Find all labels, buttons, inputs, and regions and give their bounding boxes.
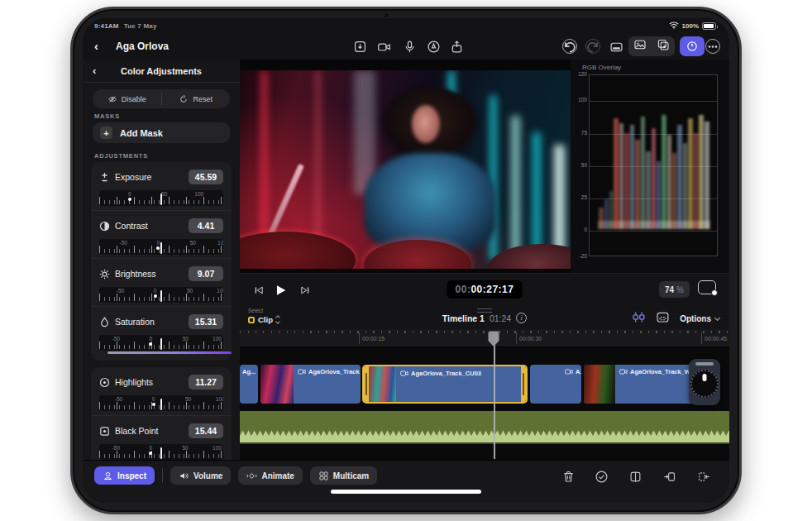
highlights-value-field[interactable]: 11.27 [189, 375, 223, 390]
append-clip-button[interactable] [695, 468, 713, 485]
disable-button[interactable]: Disable [93, 89, 161, 108]
playhead-line[interactable] [494, 344, 495, 459]
exposure-slider[interactable]: 0 50 100 [99, 190, 223, 206]
reset-label: Reset [193, 95, 213, 103]
highlights-slider[interactable]: -50 0 50 100 [99, 395, 223, 411]
import-button[interactable] [350, 37, 370, 55]
adjustment-row-brightness: Brightness 9.07 -50 0 50 100 [91, 258, 232, 306]
approve-button[interactable] [592, 468, 610, 485]
connected-clips-button[interactable] [632, 310, 646, 327]
audio-waveform [240, 429, 729, 436]
adjustments-card-2: Highlights 11.27 -50 0 50 100 [91, 367, 232, 460]
date: Tue 7 May [124, 22, 157, 30]
highlights-icon [99, 377, 110, 388]
delete-button[interactable] [559, 468, 577, 485]
brightness-value-field[interactable]: 9.07 [189, 266, 223, 281]
jog-wheel[interactable] [689, 359, 720, 405]
brightness-slider[interactable]: -50 0 50 100 [99, 287, 223, 303]
undo-button[interactable] [560, 37, 580, 55]
saturation-icon [99, 317, 110, 327]
zoom-level-control[interactable]: 74 % [659, 281, 690, 298]
video-preview [240, 70, 571, 269]
timeline-ruler[interactable]: 00:00:15 00:00:30 00:00:45 [240, 329, 729, 347]
inspect-icon [103, 471, 113, 481]
volume-button[interactable]: Volume [170, 466, 231, 485]
masks-section-label: MASKS [94, 112, 120, 120]
saturation-gradient-bar [107, 351, 232, 354]
drummer-jacket [364, 153, 496, 252]
wifi-icon [669, 22, 679, 31]
trim-handle-left[interactable] [364, 366, 369, 402]
speaker-icon [179, 471, 189, 481]
adjustments-section-label: ADJUSTMENTS [94, 152, 148, 160]
adjustment-row-black-point: Black Point 15.44 -50 0 50 100 [91, 415, 232, 460]
volume-label: Volume [193, 471, 222, 480]
disable-reset-bar: Disable Reset [93, 89, 230, 108]
more-options-button[interactable] [703, 37, 723, 55]
reset-icon [179, 94, 189, 104]
saturation-value-field[interactable]: 15.31 [189, 314, 223, 329]
multicam-button[interactable]: Multicam [310, 466, 377, 485]
ipad-device: 9:41AMTue 7 May 100% ‹ Aga Orlova [70, 7, 742, 514]
inspect-button[interactable]: Inspect [94, 466, 155, 485]
draw-button[interactable] [423, 37, 443, 55]
audio-track[interactable] [240, 411, 729, 444]
trim-handle-right[interactable] [521, 366, 526, 402]
multicam-icon [318, 471, 329, 481]
skip-to-end-button[interactable] [296, 281, 314, 299]
animate-button[interactable]: Animate [238, 466, 302, 485]
play-button[interactable] [271, 281, 289, 299]
fit-display-button[interactable] [698, 280, 716, 294]
insert-clip-button[interactable] [660, 468, 678, 485]
skip-to-start-button[interactable] [250, 281, 268, 299]
contrast-slider[interactable]: -50 0 50 100 [99, 239, 223, 255]
ruler-mark: 00:00:30 [519, 336, 542, 342]
info-button[interactable]: i [516, 313, 527, 323]
home-indicator[interactable] [331, 490, 481, 494]
animate-label: Animate [261, 471, 294, 480]
share-button[interactable] [447, 37, 466, 55]
add-mask-button[interactable]: + Add Mask [93, 122, 230, 143]
black-point-label: Black Point [115, 426, 189, 436]
saturation-slider[interactable]: -50 0 50 100 [99, 335, 223, 351]
clip-short[interactable]: A... [530, 365, 581, 404]
clip-thumbnail [370, 366, 396, 404]
options-button[interactable]: Options [680, 314, 719, 323]
waveform-plot [589, 74, 718, 256]
back-chevron-icon[interactable]: ‹ [94, 39, 98, 53]
timeline-name: Timeline 1 [442, 313, 485, 323]
title-bar: ‹ Aga Orlova [83, 33, 729, 60]
camera-button[interactable] [374, 37, 394, 55]
overlay-view-button[interactable] [656, 310, 670, 327]
viewer-display-button[interactable] [606, 37, 626, 55]
brightness-label: Brightness [115, 269, 189, 279]
clip-track-wid[interactable]: AgaOrlova_Track_Wid... [260, 365, 361, 404]
split-clip-button[interactable] [626, 468, 644, 485]
clip-partial[interactable]: Ag... [240, 365, 258, 404]
neon-bar [316, 70, 320, 244]
microphone-button[interactable] [399, 37, 419, 55]
clock: 9:41AM [94, 22, 119, 30]
redo-button[interactable] [583, 37, 603, 55]
contrast-value-field[interactable]: 4.41 [189, 218, 223, 233]
status-bar: 9:41AMTue 7 May 100% [83, 18, 729, 33]
jog-handle-bar[interactable] [695, 362, 714, 366]
exposure-label: Exposure [115, 172, 189, 182]
jog-dial-toggle-button[interactable] [680, 36, 705, 56]
black-point-slider[interactable]: -50 0 50 100 [99, 444, 223, 460]
transport-bar: 00:00:27:17 74 % [240, 273, 729, 306]
clip-track-cu03-selected[interactable]: AgaOrlova_Track_CU03 [362, 365, 528, 404]
reset-button[interactable]: Reset [162, 89, 231, 108]
black-point-value-field[interactable]: 15.44 [189, 423, 223, 438]
front-camera [385, 13, 389, 17]
saturation-label: Saturation [115, 317, 189, 327]
adjustment-row-contrast: Contrast 4.41 -50 0 50 100 [91, 210, 232, 258]
effects-browser-button[interactable] [657, 38, 670, 55]
jog-dial[interactable] [690, 370, 719, 398]
timeline-header: Select Clip Timeline 1 01:24 i Options [240, 306, 729, 329]
exposure-value-field[interactable]: 45.59 [189, 170, 223, 184]
panel-header: ‹ Color Adjustments [83, 60, 240, 83]
media-browser-button[interactable] [633, 38, 647, 55]
battery-icon [702, 22, 716, 30]
timecode-hours: 00: [456, 284, 471, 295]
